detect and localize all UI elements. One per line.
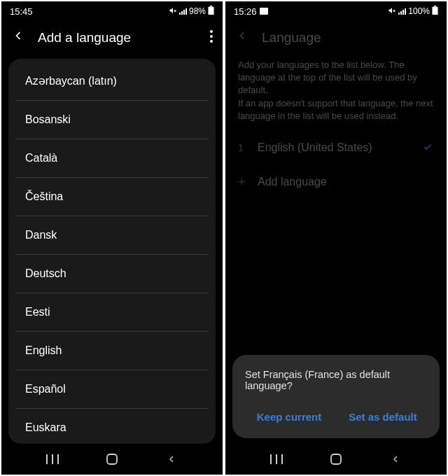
mute-icon bbox=[169, 6, 177, 17]
dialog-buttons: Keep current Set as default bbox=[245, 405, 427, 428]
language-item[interactable]: Dansk bbox=[15, 216, 209, 255]
right-screen: 15:26 100% Language Add your l bbox=[225, 1, 447, 475]
svg-rect-11 bbox=[434, 6, 436, 7]
svg-rect-1 bbox=[210, 6, 212, 7]
svg-rect-8 bbox=[107, 454, 117, 464]
signal-icon bbox=[179, 8, 187, 15]
status-time: 15:45 bbox=[10, 6, 33, 17]
language-item[interactable]: Deutsch bbox=[15, 255, 209, 293]
nav-recents[interactable] bbox=[28, 454, 77, 464]
more-icon[interactable] bbox=[210, 30, 213, 46]
plus-icon: + bbox=[238, 175, 245, 190]
language-item[interactable]: Čeština bbox=[15, 178, 209, 216]
battery-icon bbox=[208, 6, 214, 17]
language-item[interactable]: Català bbox=[15, 139, 209, 178]
svg-rect-12 bbox=[270, 454, 272, 464]
header: Add a language bbox=[1, 21, 223, 55]
page-title: Language bbox=[262, 30, 437, 46]
page-title: Add a language bbox=[38, 30, 197, 46]
header: Language bbox=[225, 21, 447, 55]
description-line: If an app doesn't support that language,… bbox=[238, 97, 434, 122]
svg-rect-10 bbox=[432, 7, 438, 15]
language-list: 1 English (United States) + Add language bbox=[225, 131, 447, 200]
language-list: Azərbaycan (latın) Bosanski Català Češti… bbox=[8, 59, 216, 444]
nav-bar bbox=[1, 444, 223, 475]
dialog-message: Set Français (France) as default languag… bbox=[245, 369, 427, 391]
language-item[interactable]: Euskara bbox=[15, 409, 209, 444]
svg-rect-14 bbox=[281, 454, 283, 464]
svg-rect-5 bbox=[46, 454, 48, 464]
language-item[interactable]: Azərbaycan (latın) bbox=[15, 59, 209, 101]
screenshot-icon bbox=[260, 6, 268, 17]
back-icon[interactable] bbox=[11, 29, 25, 47]
back-icon bbox=[235, 29, 249, 47]
svg-point-2 bbox=[210, 30, 213, 33]
language-item[interactable]: Español bbox=[15, 370, 209, 409]
svg-point-3 bbox=[210, 35, 213, 38]
battery-icon bbox=[432, 6, 438, 17]
language-item[interactable]: Eesti bbox=[15, 293, 209, 332]
language-item[interactable]: Bosanski bbox=[15, 101, 209, 139]
nav-home[interactable] bbox=[88, 453, 136, 465]
row-language: English (United States) bbox=[258, 141, 409, 154]
svg-point-4 bbox=[210, 40, 213, 43]
svg-rect-9 bbox=[260, 8, 268, 15]
description: Add your languages to the list below. Th… bbox=[225, 55, 447, 131]
add-language-label: Add language bbox=[258, 176, 327, 188]
keep-current-button[interactable]: Keep current bbox=[245, 405, 333, 428]
nav-back[interactable] bbox=[371, 454, 420, 465]
battery-text: 98% bbox=[189, 6, 206, 16]
left-screen: 15:45 98% Add a language Azərbaycan (lat… bbox=[1, 1, 223, 475]
status-time: 15:26 bbox=[234, 6, 257, 17]
nav-recents[interactable] bbox=[252, 454, 301, 464]
description-line: Add your languages to the list below. Th… bbox=[238, 59, 434, 97]
svg-rect-15 bbox=[331, 454, 341, 464]
check-icon bbox=[421, 141, 434, 155]
language-row: 1 English (United States) bbox=[238, 131, 434, 165]
battery-text: 100% bbox=[408, 6, 430, 16]
add-language-row: + Add language bbox=[238, 165, 434, 200]
svg-rect-0 bbox=[208, 7, 214, 15]
row-index: 1 bbox=[238, 142, 245, 153]
svg-rect-13 bbox=[276, 454, 277, 464]
status-bar: 15:45 98% bbox=[1, 1, 223, 21]
dialog: Set Français (France) as default languag… bbox=[232, 355, 440, 438]
nav-back[interactable] bbox=[147, 454, 196, 465]
nav-home[interactable] bbox=[312, 453, 360, 465]
mute-icon bbox=[388, 6, 396, 17]
language-item[interactable]: English bbox=[15, 332, 209, 370]
svg-rect-7 bbox=[57, 454, 59, 464]
status-bar: 15:26 100% bbox=[225, 1, 447, 21]
signal-icon bbox=[398, 8, 406, 15]
svg-rect-6 bbox=[52, 454, 53, 464]
nav-bar bbox=[225, 444, 447, 475]
set-default-button[interactable]: Set as default bbox=[339, 405, 427, 428]
